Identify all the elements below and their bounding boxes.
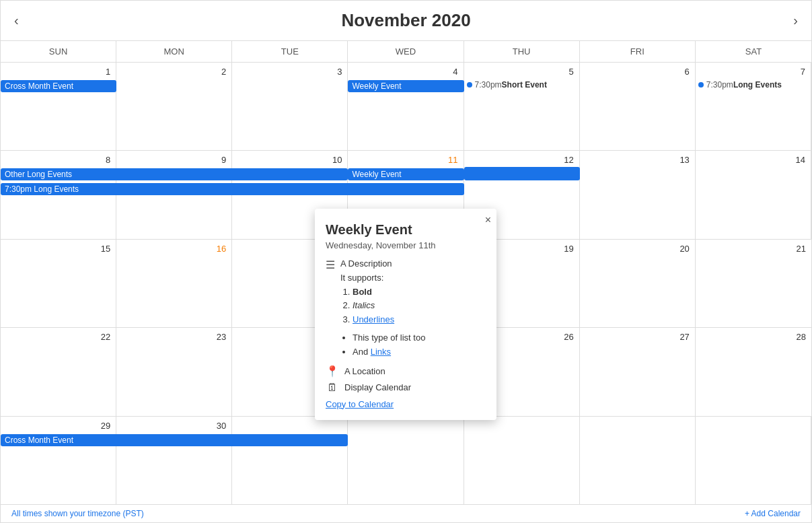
event-dot-icon <box>467 82 472 88</box>
day-header-tue: TUE <box>232 41 348 62</box>
day-headers: SUNMONTUEWEDTHUFRISAT <box>1 41 811 63</box>
day-number: 27 <box>583 330 692 343</box>
inline-event[interactable]: 7:30pm Long Events <box>698 80 808 90</box>
day-number: 2 <box>119 65 229 78</box>
calendar-icon: 🗓 <box>326 382 339 394</box>
event-name: Long Events <box>733 80 782 90</box>
spanning-event-cross-month-event[interactable]: Cross Month Event <box>1 80 116 92</box>
day-cell-6: 6 <box>580 63 696 150</box>
day-cell-14: 14 <box>696 151 811 238</box>
day-number: 11 <box>350 153 460 166</box>
day-number: 14 <box>698 153 808 166</box>
day-cell-29: 29 <box>1 417 116 504</box>
day-number: 5 <box>467 65 577 78</box>
day-number: 22 <box>3 330 113 343</box>
location-icon: 📍 <box>326 365 339 378</box>
day-header-thu: THU <box>464 41 580 62</box>
day-cell-22: 22 <box>1 328 116 415</box>
day-number: 8 <box>3 153 113 166</box>
event-time: 7:30pm <box>475 80 502 90</box>
event-popup: × Weekly Event Wednesday, November 11th … <box>315 209 496 420</box>
day-cell-empty <box>580 417 696 504</box>
spanning-event-other-long-events[interactable]: Other Long Events <box>1 168 348 180</box>
next-month-button[interactable]: › <box>793 13 798 28</box>
add-calendar-link[interactable]: + Add Calendar <box>745 509 801 518</box>
calendar-title: November 2020 <box>341 10 470 31</box>
day-cell-2: 2 <box>116 63 232 150</box>
links-link[interactable]: Links <box>371 347 391 357</box>
day-number: 30 <box>119 419 229 432</box>
day-cell-empty <box>696 417 811 504</box>
day-cell-5: 57:30pm Short Event <box>464 63 580 150</box>
day-number: 1 <box>3 65 113 78</box>
popup-close-button[interactable]: × <box>485 214 491 226</box>
day-cell-empty <box>348 417 464 504</box>
popup-desc-intro: A DescriptionIt supports: <box>340 257 425 285</box>
spanning-event-bar[interactable] <box>464 167 580 180</box>
copy-to-calendar-link[interactable]: Copy to Calendar <box>326 399 486 409</box>
day-cell-27: 27 <box>580 328 696 415</box>
day-number: 13 <box>583 153 692 166</box>
day-number: 16 <box>119 242 229 255</box>
popup-bullet-list: This type of list too And Links <box>340 331 425 359</box>
day-header-fri: FRI <box>580 41 696 62</box>
list-item-underlines: Underlines <box>353 313 425 327</box>
popup-desc-text: A DescriptionIt supports: Bold Italics U… <box>340 257 425 359</box>
description-icon: ☰ <box>326 258 335 271</box>
day-number: 10 <box>235 153 344 166</box>
day-cell-1: 1 <box>1 63 116 150</box>
popup-calendar-row: 🗓 Display Calendar <box>326 382 486 394</box>
day-header-sun: SUN <box>1 41 116 62</box>
event-name: Short Event <box>502 80 547 90</box>
calendar-footer: All times shown your timezone (PST) + Ad… <box>1 504 811 522</box>
bullet-item-2: And Links <box>353 345 425 359</box>
day-number: 29 <box>3 419 113 432</box>
prev-month-button[interactable]: ‹ <box>14 13 19 28</box>
timezone-note: All times shown your timezone (PST) <box>11 509 144 518</box>
day-number: 23 <box>119 330 229 343</box>
day-number: 15 <box>3 242 113 255</box>
event-time: 7:30pm <box>706 80 733 90</box>
day-cell-7: 77:30pm Long Events <box>696 63 811 150</box>
popup-event-title: Weekly Event <box>326 222 486 238</box>
day-cell-28: 28 <box>696 328 811 415</box>
day-cell-15: 15 <box>1 240 116 327</box>
spanning-event-cross-month-event[interactable]: Cross Month Event <box>1 434 348 446</box>
day-cell-empty <box>232 417 348 504</box>
bullet-item-1: This type of list too <box>353 331 425 345</box>
spanning-event-weekly-event[interactable]: Weekly Event <box>348 80 464 92</box>
day-number: 20 <box>583 242 692 255</box>
list-item-bold: Bold <box>353 285 425 300</box>
day-header-sat: SAT <box>696 41 811 62</box>
day-cell-empty <box>464 417 580 504</box>
spanning-event-weekly-event[interactable]: Weekly Event <box>348 168 464 180</box>
day-header-mon: MON <box>116 41 232 62</box>
week-row-0: 123457:30pm Short Event677:30pm Long Eve… <box>1 63 811 151</box>
inline-event[interactable]: 7:30pm Short Event <box>467 80 577 90</box>
list-item-italics: Italics <box>353 299 425 313</box>
popup-date: Wednesday, November 11th <box>326 240 486 250</box>
calendar-header: ‹ November 2020 › <box>1 1 811 41</box>
day-cell-3: 3 <box>232 63 348 150</box>
spanning-event-7:30pm-long-events[interactable]: 7:30pm Long Events <box>1 183 464 195</box>
day-number: 12 <box>467 153 577 166</box>
popup-description-section: ☰ A DescriptionIt supports: Bold Italics… <box>326 257 486 359</box>
day-number: 21 <box>698 242 809 255</box>
day-number: 6 <box>583 65 692 78</box>
day-header-wed: WED <box>348 41 464 62</box>
day-cell-21: 21 <box>696 240 811 327</box>
underlines-link[interactable]: Underlines <box>353 314 394 324</box>
day-number: 4 <box>350 65 460 78</box>
day-cell-4: 4 <box>348 63 464 150</box>
popup-ordered-list: Bold Italics Underlines <box>340 285 425 327</box>
day-cell-23: 23 <box>116 328 232 415</box>
day-cell-13: 13 <box>580 151 696 238</box>
day-number: 3 <box>235 65 344 78</box>
popup-location: A Location <box>344 366 385 376</box>
event-dot-icon <box>698 82 704 88</box>
popup-location-row: 📍 A Location <box>326 365 486 378</box>
day-cell-16: 16 <box>116 240 232 327</box>
day-number: 7 <box>698 65 808 78</box>
day-number: 28 <box>698 330 809 343</box>
day-number: 9 <box>119 153 229 166</box>
